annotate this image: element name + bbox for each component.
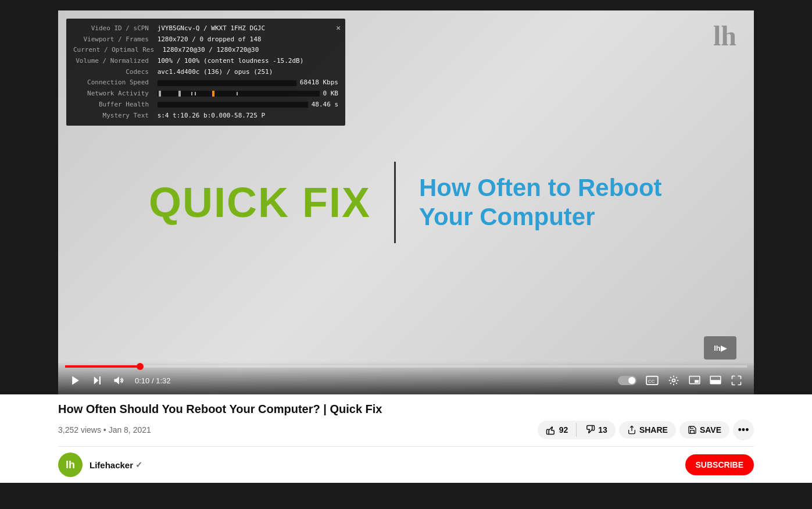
save-label: SAVE — [700, 425, 721, 435]
publish-date: Jan 8, 2021 — [109, 425, 151, 435]
channel-name-row: Lifehacker ✓ — [90, 460, 142, 470]
below-video-section: How Often Should You Reboot Your Compute… — [0, 394, 812, 483]
debug-overlay: ✕ Video ID / sCPN jVYB5GNcv-Q / WKXT 1FH… — [66, 19, 345, 126]
debug-value-volume: 100% / 100% (content loudness -15.2dB) — [158, 56, 304, 67]
debug-label-viewport: Viewport / Frames — [73, 34, 149, 45]
thumbs-up-icon — [546, 425, 556, 435]
network-activity-bar-container: 0 KB — [158, 88, 338, 99]
dislike-count: 13 — [598, 425, 607, 435]
svg-marker-0 — [72, 376, 79, 385]
verified-checkmark-icon: ✓ — [135, 460, 142, 469]
debug-value-netactivity: 0 KB — [323, 88, 339, 99]
progress-area: 0:10 / 1:32 — [58, 362, 754, 394]
video-actions: 92 13 SHARE — [538, 419, 754, 440]
network-activity-bar-track — [158, 91, 320, 97]
controls-right: CC — [613, 372, 745, 389]
video-meta-row: 3,252 views • Jan 8, 2021 92 13 — [58, 419, 754, 440]
video-subtitle-text: How Often to Reboot Your Computer — [419, 173, 663, 232]
buffer-health-bar-track — [158, 102, 308, 108]
network-tick-6 — [237, 92, 238, 95]
video-meta-info: 3,252 views • Jan 8, 2021 — [58, 425, 151, 435]
thumbs-down-icon — [585, 425, 595, 435]
debug-value-codecs: avc1.4d400c (136) / opus (251) — [158, 67, 273, 78]
video-title-area: QUICK FIX How Often to Reboot Your Compu… — [149, 162, 663, 243]
more-options-dots: ••• — [738, 424, 749, 436]
network-tick-4 — [195, 92, 196, 95]
theater-button[interactable] — [707, 373, 724, 387]
debug-close-button[interactable]: ✕ — [336, 22, 341, 34]
save-button[interactable]: SAVE — [679, 421, 729, 439]
network-tick-3 — [191, 92, 192, 95]
debug-label-currentres: Current / Optimal Res — [73, 45, 154, 56]
progress-bar-dot — [137, 363, 144, 370]
subscribe-button[interactable]: SUBSCRIBE — [685, 454, 754, 475]
debug-value-currentres: 1280x720@30 / 1280x720@30 — [163, 45, 259, 56]
channel-avatar[interactable]: lh — [58, 453, 83, 477]
settings-button[interactable] — [666, 372, 682, 389]
play-button[interactable] — [67, 372, 84, 389]
network-tick-1 — [159, 91, 161, 97]
volume-button[interactable] — [110, 372, 127, 389]
debug-value-mystery: s:4 t:10.26 b:0.000-58.725 P — [158, 111, 265, 122]
svg-rect-10 — [710, 380, 721, 383]
time-total: 1:32 — [156, 376, 170, 385]
autoplay-toggle-knob — [628, 377, 635, 384]
debug-label-bufhealth: Buffer Health — [73, 99, 149, 111]
save-icon — [688, 425, 697, 435]
fullscreen-button[interactable] — [728, 372, 745, 389]
channel-name-text: Lifehacker — [90, 460, 133, 470]
progress-bar-fill — [65, 365, 140, 368]
quick-fix-logo: QUICK FIX — [149, 179, 371, 226]
like-button[interactable]: 92 — [538, 421, 577, 439]
share-label: SHARE — [639, 425, 668, 435]
view-count: 3,252 views — [58, 425, 101, 435]
share-icon — [627, 425, 636, 435]
watermark-bottom-logo: lh▶ — [704, 336, 736, 359]
svg-rect-2 — [99, 376, 101, 385]
watermark-top-logo: lh — [713, 22, 736, 50]
time-display: 0:10 / 1:32 — [135, 376, 170, 385]
meta-separator: • — [103, 425, 109, 435]
video-main-title: How Often Should You Reboot Your Compute… — [58, 403, 754, 416]
svg-marker-3 — [115, 376, 119, 384]
svg-rect-8 — [695, 380, 699, 383]
debug-label-codecs: Codecs — [73, 67, 149, 78]
debug-value-videoid: jVYB5GNcv-Q / WKXT 1FHZ DGJC — [158, 23, 265, 34]
channel-row: lh Lifehacker ✓ SUBSCRIBE — [58, 446, 754, 483]
like-dislike-group: 92 13 — [538, 421, 616, 439]
debug-value-connspeed: 68418 Kbps — [300, 77, 338, 88]
svg-text:CC: CC — [648, 379, 655, 384]
debug-value-viewport: 1280x720 / 0 dropped of 148 — [158, 34, 262, 45]
debug-label-mystery: Mystery Text — [73, 111, 149, 122]
network-tick-5 — [212, 91, 214, 97]
miniplayer-button[interactable] — [686, 373, 703, 387]
video-player[interactable]: ✕ Video ID / sCPN jVYB5GNcv-Q / WKXT 1FH… — [58, 10, 754, 394]
time-current: 0:10 — [135, 376, 149, 385]
more-options-button[interactable]: ••• — [733, 419, 754, 440]
debug-label-volume: Volume / Normalized — [73, 56, 149, 67]
network-tick-2 — [178, 91, 181, 97]
network-activity-bar-inner — [158, 91, 320, 97]
connection-speed-bar-container: 68418 Kbps — [158, 77, 338, 88]
like-count: 92 — [559, 425, 568, 435]
connection-speed-bar-track — [158, 80, 296, 86]
title-divider — [394, 162, 396, 243]
debug-label-videoid: Video ID / sCPN — [73, 23, 149, 34]
channel-info: Lifehacker ✓ — [90, 460, 142, 470]
buffer-health-bar-container: 48.46 s — [158, 99, 338, 111]
cc-button[interactable]: CC — [643, 373, 661, 387]
next-button[interactable] — [90, 373, 105, 388]
dislike-button[interactable]: 13 — [577, 421, 616, 439]
video-controls: 0:10 / 1:32 — [65, 371, 747, 390]
autoplay-toggle-pill — [618, 376, 636, 385]
progress-bar-track[interactable] — [65, 365, 747, 368]
svg-marker-1 — [94, 376, 99, 385]
share-button[interactable]: SHARE — [619, 421, 676, 439]
autoplay-toggle[interactable] — [613, 373, 639, 387]
debug-label-connspeed: Connection Speed — [73, 77, 149, 88]
debug-value-bufhealth: 48.46 s — [312, 99, 338, 111]
debug-label-netactivity: Network Activity — [73, 88, 149, 99]
svg-point-6 — [673, 379, 675, 382]
video-wrapper: ✕ Video ID / sCPN jVYB5GNcv-Q / WKXT 1FH… — [0, 0, 812, 394]
